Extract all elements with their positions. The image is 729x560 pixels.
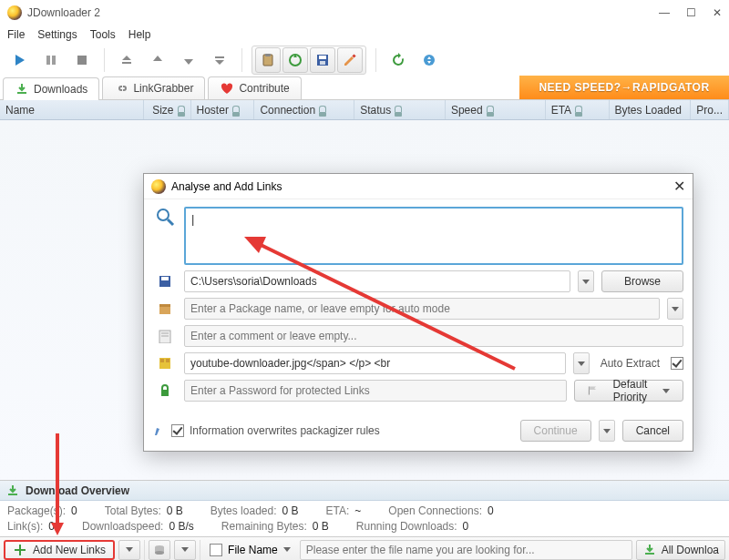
password-input[interactable] [184, 380, 567, 402]
all-downloads-button[interactable]: All Downloa [636, 540, 725, 560]
eta-label: ETA: [326, 504, 350, 517]
chevron-down-icon [672, 307, 679, 311]
auto-reconnect-button[interactable] [282, 47, 308, 73]
update-button[interactable] [416, 47, 442, 73]
move-bottom-button[interactable] [207, 47, 232, 73]
running-value: 0 [463, 520, 469, 533]
download-overview: Download Overview Package(s): 0 Total By… [0, 480, 729, 536]
archive-dropdown[interactable] [573, 352, 590, 374]
reconnect-button[interactable] [385, 47, 411, 73]
svg-rect-4 [265, 54, 271, 56]
edit-button[interactable] [337, 47, 363, 73]
cancel-button[interactable]: Cancel [622, 420, 683, 442]
priority-dropdown[interactable]: Default Priority [574, 380, 683, 402]
comment-icon [153, 329, 177, 343]
maximize-button[interactable]: ☐ [686, 6, 696, 19]
tab-downloads[interactable]: Downloads [3, 77, 99, 100]
archive-name-input[interactable] [184, 352, 566, 374]
remaining-label: Remaining Bytes: [221, 520, 307, 533]
package-name-input[interactable] [184, 298, 660, 320]
menu-file[interactable]: File [7, 28, 25, 41]
stop-button[interactable] [69, 47, 95, 73]
col-size[interactable]: Size [144, 100, 191, 119]
clipboard-button[interactable] [255, 47, 281, 73]
app-title: JDownloader 2 [27, 6, 100, 19]
col-name[interactable]: Name [0, 100, 144, 119]
col-bytes-loaded[interactable]: Bytes Loaded [610, 100, 692, 119]
link-icon [114, 81, 128, 96]
lock-icon [178, 106, 185, 115]
dialog-close-button[interactable]: ✕ [673, 178, 685, 195]
play-button[interactable] [7, 47, 33, 73]
container-dropdown[interactable] [174, 540, 196, 560]
search-input[interactable] [300, 540, 632, 560]
col-status[interactable]: Status [354, 100, 446, 119]
svg-point-10 [424, 55, 435, 66]
auto-extract-checkbox[interactable] [671, 357, 683, 370]
add-new-links-button[interactable]: Add New Links [4, 540, 115, 560]
tab-bar: Downloads LinkGrabber Contribute NEED SP… [0, 76, 729, 100]
flag-icon [588, 385, 598, 396]
continue-button[interactable]: Continue [520, 420, 591, 442]
save-button[interactable] [310, 47, 335, 73]
col-hoster[interactable]: Hoster [191, 100, 255, 119]
overview-title-bar[interactable]: Download Overview [0, 481, 729, 501]
browse-button[interactable]: Browse [601, 270, 683, 292]
save-icon [153, 274, 177, 289]
download-icon [5, 484, 20, 498]
promo-banner[interactable]: NEED SPEED?→RAPIDGATOR [519, 76, 729, 99]
svg-rect-25 [159, 331, 170, 343]
filename-filter: File Name [204, 544, 296, 556]
dialog-title-bar[interactable]: Analyse and Add Links ✕ [144, 174, 693, 199]
bottom-bar: Add New Links File Name All Downloa [0, 536, 729, 560]
svg-rect-23 [159, 306, 170, 314]
svg-rect-9 [352, 54, 355, 57]
path-dropdown[interactable] [578, 270, 594, 292]
menu-help[interactable]: Help [128, 28, 151, 41]
url-input[interactable]: | [184, 207, 683, 265]
search-icon [153, 207, 177, 227]
col-connection[interactable]: Connection [254, 100, 354, 119]
app-logo-icon [151, 179, 166, 194]
menu-tools[interactable]: Tools [90, 28, 116, 41]
col-eta[interactable]: ETA [546, 100, 610, 119]
minimize-button[interactable]: ― [659, 6, 670, 19]
download-icon [15, 82, 29, 97]
tab-linkgrabber[interactable]: LinkGrabber [102, 76, 205, 99]
chevron-down-icon [181, 547, 189, 552]
svg-rect-18 [645, 553, 654, 555]
menu-settings[interactable]: Settings [37, 28, 77, 41]
chevron-down-icon [582, 280, 590, 284]
lock-icon [395, 106, 402, 115]
add-links-dropdown[interactable] [118, 540, 140, 560]
archive-icon [153, 356, 177, 371]
svg-point-19 [158, 209, 169, 220]
move-down-button[interactable] [176, 47, 201, 73]
move-up-button[interactable] [145, 47, 170, 73]
package-icon [153, 301, 177, 316]
col-pro[interactable]: Pro... [691, 100, 729, 119]
overwrite-checkbox[interactable] [171, 424, 184, 437]
menu-bar: File Settings Tools Help [0, 25, 729, 44]
comment-input[interactable] [184, 325, 683, 347]
col-speed[interactable]: Speed [446, 100, 546, 119]
add-new-links-label: Add New Links [33, 544, 106, 556]
column-headers: Name Size Hoster Connection Status Speed… [0, 100, 729, 120]
move-top-button[interactable] [114, 47, 139, 73]
continue-dropdown[interactable] [599, 420, 615, 442]
toolbar [0, 44, 729, 76]
svg-rect-30 [166, 359, 169, 362]
pause-button[interactable] [38, 47, 64, 73]
auto-extract-label: Auto Extract [601, 357, 660, 370]
disk-icon [152, 543, 167, 557]
svg-rect-12 [8, 494, 17, 495]
dlspeed-label: Downloadspeed: [82, 520, 163, 533]
container-button[interactable] [149, 540, 170, 560]
remaining-value: 0 B [313, 520, 329, 533]
tab-contribute[interactable]: Contribute [208, 76, 301, 99]
close-button[interactable]: ✕ [713, 6, 722, 19]
filter-checkbox[interactable] [210, 544, 222, 556]
download-path-input[interactable] [184, 270, 570, 292]
package-dropdown[interactable] [667, 298, 683, 320]
chevron-down-icon[interactable] [283, 547, 291, 552]
